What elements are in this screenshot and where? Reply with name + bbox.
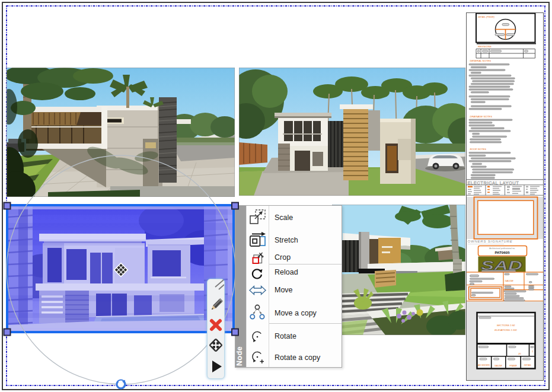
- svg-text:PAT0605: PAT0605: [494, 250, 510, 254]
- svg-text:ELECTRICAL LAYOUT: ELECTRICAL LAYOUT: [468, 180, 519, 186]
- svg-text:AS SHOWN: AS SHOWN: [477, 364, 490, 366]
- svg-text:DRAINAGE NOTES: DRAINAGE NOTES: [470, 115, 493, 118]
- svg-text:FRAME: FRAME: [509, 365, 517, 367]
- svg-text:DETAIL: DETAIL: [524, 364, 531, 366]
- svg-text:GAUGE: GAUGE: [494, 365, 503, 367]
- svg-text:ELEVATIONS 1:100: ELEVATIONS 1:100: [494, 329, 517, 332]
- svg-text:OWNERS SIGNATURE: OWNERS SIGNATURE: [468, 240, 513, 243]
- svg-text:REVISIONS: REVISIONS: [478, 45, 492, 48]
- svg-text:Architectural professional no.: Architectural professional no.: [489, 247, 515, 250]
- svg-text:DETAIL (PWDR): DETAIL (PWDR): [478, 16, 495, 18]
- svg-text:1: 1: [532, 350, 533, 353]
- svg-text:GAUGE: GAUGE: [505, 279, 514, 282]
- svg-text:20: 20: [518, 352, 521, 355]
- svg-text:SECTIONS 1:50: SECTIONS 1:50: [497, 324, 515, 327]
- svg-text:ROOF NOTES: ROOF NOTES: [470, 148, 487, 151]
- svg-text:GENERAL NOTES: GENERAL NOTES: [470, 59, 492, 62]
